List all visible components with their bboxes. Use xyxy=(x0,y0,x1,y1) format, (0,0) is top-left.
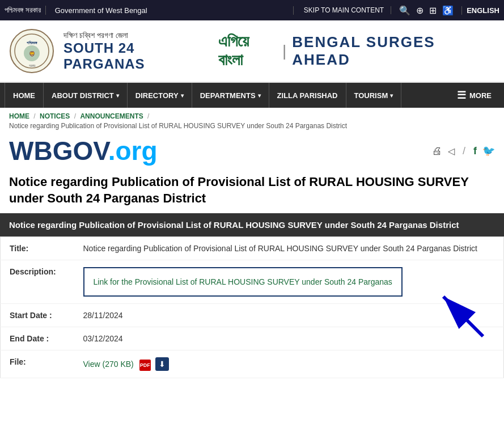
breadcrumb-announcements[interactable]: ANNOUNCEMENTS xyxy=(80,112,143,120)
breadcrumb-sep-2: / xyxy=(74,112,76,120)
nav-more[interactable]: ☰ MORE xyxy=(449,89,499,102)
accessibility-icon[interactable]: ⊕ xyxy=(416,5,423,16)
slogan-english: BENGAL SURGES AHEAD xyxy=(292,33,495,69)
breadcrumb-sep-1: / xyxy=(33,112,35,120)
gov-bengali-label: পশ্চিমবঙ্গ সরকার xyxy=(5,6,46,15)
svg-line-7 xyxy=(443,297,483,336)
wbgov-logo: WBGOV.org xyxy=(9,136,158,166)
slogan-divider: | xyxy=(282,42,286,60)
nav-home[interactable]: HOME xyxy=(5,83,44,108)
slogan-bengali: এগিয়ে বাংলা xyxy=(218,32,277,70)
table-row-description: Description: Link for the Provisional Li… xyxy=(1,260,504,304)
download-icon[interactable]: ⬇ xyxy=(155,357,169,371)
table-row-title: Title: Notice regarding Publication of P… xyxy=(1,237,504,260)
nav-zilla-parishad[interactable]: ZILLA PARISHAD xyxy=(269,83,346,108)
blue-arrow-svg xyxy=(426,285,494,342)
district-logo: পশ্চিমবঙ্গ 🦁 সরকার xyxy=(9,28,54,74)
notice-table: Title: Notice regarding Publication of P… xyxy=(0,236,504,378)
file-view-link[interactable]: View (270 KB) xyxy=(83,360,134,369)
description-label: Description: xyxy=(1,260,74,304)
breadcrumb-notices[interactable]: NOTICES xyxy=(40,112,70,120)
site-header: পশ্চিমবঙ্গ 🦁 সরকার দক্ষিণ চব্বিশ পরগণা জ… xyxy=(0,20,504,83)
svg-text:🦁: 🦁 xyxy=(29,50,36,57)
district-name: SOUTH 24 PARGANAS xyxy=(63,40,218,72)
nav-directory[interactable]: DIRECTORY ▾ xyxy=(128,83,192,108)
breadcrumb-area: HOME / NOTICES / ANNOUNCEMENTS / Notice … xyxy=(0,108,504,132)
description-link[interactable]: Link for the Provisional List of RURAL H… xyxy=(94,277,392,286)
main-navbar: HOME ABOUT DISTRICT ▾ DIRECTORY ▾ DEPART… xyxy=(0,83,504,108)
header-slogan: এগিয়ে বাংলা | BENGAL SURGES AHEAD xyxy=(218,32,495,70)
file-cell: View (270 KB) PDF ⬇ xyxy=(74,350,504,378)
twitter-icon[interactable]: 🐦 xyxy=(482,145,495,157)
title-value: Notice regarding Publication of Provisio… xyxy=(74,237,504,260)
bengali-district-name: দক্ষিণ চব্বিশ পরগণা জেলা xyxy=(63,31,218,40)
wbgov-area: WBGOV.org 🖨 ◁ / f 🐦 xyxy=(0,132,504,170)
breadcrumb-home[interactable]: HOME xyxy=(9,112,29,120)
language-label[interactable]: ENGLISH xyxy=(461,6,499,15)
notice-section: Notice regarding Publication of Provisio… xyxy=(0,213,504,378)
top-bar: পশ্চিমবঙ্গ সরকার Government of West Beng… xyxy=(0,0,504,20)
article-title: Notice regarding Publication of Provisio… xyxy=(0,170,504,213)
top-bar-icons: 🔍 ⊕ ⊞ ♿ xyxy=(395,5,458,16)
svg-text:পশ্চিমবঙ্গ: পশ্চিমবঙ্গ xyxy=(27,41,37,45)
header-text: দক্ষিণ চব্বিশ পরগণা জেলা SOUTH 24 PARGAN… xyxy=(63,31,218,72)
directory-arrow: ▾ xyxy=(181,92,184,99)
title-label: Title: xyxy=(1,237,74,260)
file-label: File: xyxy=(1,350,74,378)
sitemap-icon[interactable]: ⊞ xyxy=(429,5,437,16)
share-icons: 🖨 ◁ / f 🐦 xyxy=(432,145,495,157)
facebook-icon[interactable]: f xyxy=(473,145,477,157)
notice-header: Notice regarding Publication of Provisio… xyxy=(0,213,504,236)
wbgov-wb-text: WBGOV xyxy=(9,136,108,166)
disability-icon[interactable]: ♿ xyxy=(442,5,454,16)
breadcrumb: HOME / NOTICES / ANNOUNCEMENTS / Notice … xyxy=(9,112,495,130)
pdf-icon: PDF xyxy=(139,360,151,371)
hamburger-icon: ☰ xyxy=(457,89,466,102)
about-district-arrow: ▾ xyxy=(116,92,119,99)
breadcrumb-sep-3: / xyxy=(147,112,149,120)
nav-about-district[interactable]: ABOUT DISTRICT ▾ xyxy=(44,83,128,108)
description-cell: Link for the Provisional List of RURAL H… xyxy=(74,260,504,304)
breadcrumb-current: Notice regarding Publication of Provisio… xyxy=(9,122,495,130)
departments-arrow: ▾ xyxy=(258,92,261,99)
description-link-box: Link for the Provisional List of RURAL H… xyxy=(83,267,403,297)
table-row-file: File: View (270 KB) PDF ⬇ xyxy=(1,350,504,378)
search-icon[interactable]: 🔍 xyxy=(399,5,410,16)
nav-tourism[interactable]: TOURISM ▾ xyxy=(346,83,402,108)
tourism-arrow: ▾ xyxy=(390,92,393,99)
skip-to-main-link[interactable]: SKIP TO MAIN CONTENT xyxy=(297,6,391,14)
wbgov-org-text: .org xyxy=(108,136,158,166)
start-date-label: Start Date : xyxy=(1,304,74,327)
print-icon[interactable]: 🖨 xyxy=(432,145,442,157)
svg-text:সরকার: সরকার xyxy=(29,64,36,67)
share-icon[interactable]: ◁ xyxy=(448,146,455,157)
gov-english-label: Government of West Bengal xyxy=(49,6,294,15)
end-date-label: End Date : xyxy=(1,327,74,350)
nav-departments[interactable]: DEPARTMENTS ▾ xyxy=(192,83,269,108)
